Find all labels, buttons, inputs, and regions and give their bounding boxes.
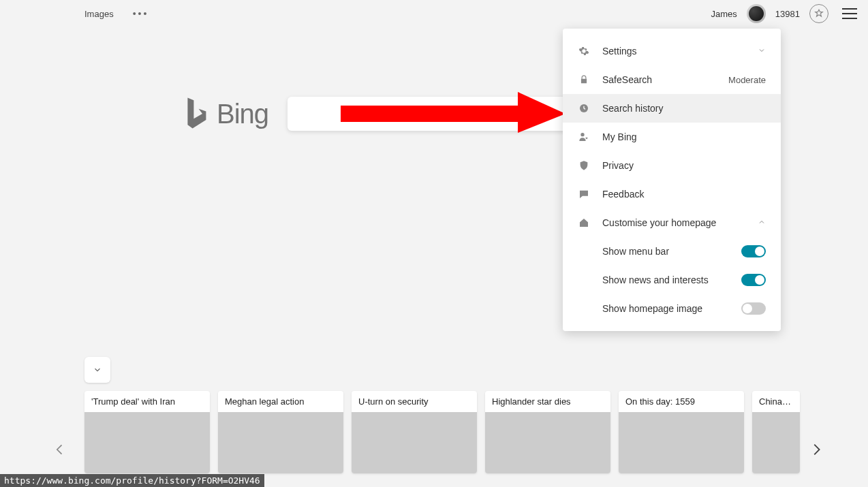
news-thumbnail (485, 412, 610, 473)
news-card[interactable]: On this day: 1559 (619, 391, 744, 473)
news-title: On this day: 1559 (619, 391, 744, 412)
news-title: Meghan legal action (218, 391, 343, 412)
toggle-image-row: Show homepage image (563, 294, 781, 323)
news-thumbnail (84, 412, 210, 473)
news-card[interactable]: China virus (752, 391, 800, 473)
my-bing-label: My Bing (602, 131, 766, 142)
chevron-down-icon (758, 46, 766, 57)
toggle-news-label: Show news and interests (602, 274, 741, 285)
safesearch-label: SafeSearch (602, 74, 716, 85)
settings-panel: Settings SafeSearch Moderate Search hist… (563, 29, 781, 331)
settings-label: Settings (602, 46, 745, 57)
toggle-image-label: Show homepage image (602, 303, 741, 314)
lock-icon (578, 74, 590, 86)
bing-logo-icon (184, 95, 208, 132)
my-bing-row[interactable]: My Bing (563, 123, 781, 151)
news-title: China virus (752, 391, 800, 412)
gear-icon (578, 45, 590, 57)
chat-icon (578, 188, 590, 200)
news-card[interactable]: 'Trump deal' with Iran (84, 391, 210, 473)
news-thumbnail (352, 412, 477, 473)
toggle-menu-bar-label: Show menu bar (602, 246, 741, 257)
safesearch-value: Moderate (728, 75, 766, 85)
privacy-label: Privacy (602, 160, 766, 171)
feedback-label: Feedback (602, 189, 766, 200)
settings-row[interactable]: Settings (563, 37, 781, 65)
news-thumbnail (218, 412, 343, 473)
toggle-menu-bar[interactable] (741, 245, 766, 257)
news-card[interactable]: Highlander star dies (485, 391, 610, 473)
more-menu-icon[interactable]: ••• (133, 8, 149, 19)
search-history-row[interactable]: Search history (563, 94, 781, 123)
news-thumbnail (619, 412, 744, 473)
clock-icon (578, 102, 590, 114)
privacy-row[interactable]: Privacy (563, 151, 781, 180)
shield-icon (578, 159, 590, 172)
rewards-points[interactable]: 13981 (775, 9, 800, 19)
bing-wordmark: Bing (217, 99, 268, 129)
news-thumbnail (752, 412, 800, 473)
news-prev-button[interactable] (46, 415, 74, 484)
safesearch-row[interactable]: SafeSearch Moderate (563, 65, 781, 94)
news-strip: 'Trump deal' with Iran Meghan legal acti… (84, 357, 868, 473)
toggle-news[interactable] (741, 274, 766, 286)
rewards-icon[interactable] (809, 4, 828, 23)
news-card[interactable]: Meghan legal action (218, 391, 343, 473)
avatar[interactable] (747, 4, 766, 23)
news-card[interactable]: U-turn on security (352, 391, 477, 473)
top-navbar: Images ••• James 13981 (0, 0, 868, 27)
toggle-menu-bar-row: Show menu bar (563, 237, 781, 266)
svg-point-3 (580, 133, 584, 136)
feedback-row[interactable]: Feedback (563, 180, 781, 208)
search-history-label: Search history (602, 103, 766, 114)
toggle-image[interactable] (741, 302, 766, 315)
person-star-icon (578, 131, 590, 143)
username-label[interactable]: James (711, 9, 737, 19)
customise-row[interactable]: Customise your homepage (563, 208, 781, 237)
collapse-news-button[interactable] (84, 357, 110, 383)
news-title: 'Trump deal' with Iran (84, 391, 210, 412)
chevron-up-icon (758, 217, 766, 228)
news-next-button[interactable] (803, 415, 830, 484)
home-icon (578, 217, 590, 229)
news-title: U-turn on security (352, 391, 477, 412)
toggle-news-row: Show news and interests (563, 266, 781, 294)
status-bar-url: https://www.bing.com/profile/history?FOR… (0, 474, 264, 487)
hamburger-menu-icon[interactable] (842, 8, 857, 19)
news-title: Highlander star dies (485, 391, 610, 412)
bing-logo: Bing (184, 95, 268, 132)
images-link[interactable]: Images (84, 9, 114, 19)
customise-label: Customise your homepage (602, 217, 745, 228)
